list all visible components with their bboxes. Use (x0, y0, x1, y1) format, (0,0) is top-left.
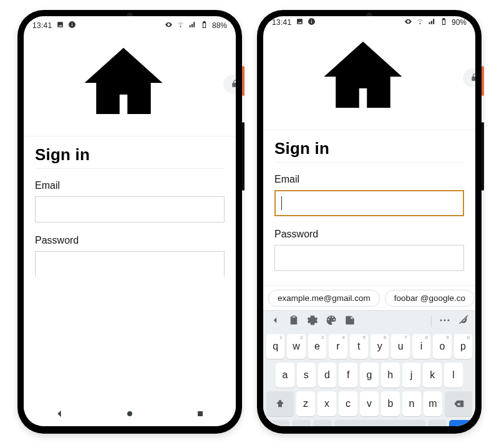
key-sup: 8 (425, 335, 428, 340)
key-sup: 7 (404, 335, 407, 340)
clock: 13:41 (272, 18, 292, 27)
key-e[interactable]: 3 e (308, 334, 326, 359)
signal-icon (188, 21, 196, 31)
key-label: l (452, 369, 455, 381)
key-label: d (324, 369, 330, 381)
power-button[interactable] (242, 66, 245, 96)
key-at[interactable]: @ (292, 420, 311, 426)
key-shift[interactable] (266, 391, 294, 416)
key-q[interactable]: 1 q (266, 334, 284, 359)
key-label: a (282, 369, 288, 381)
key-backspace[interactable] (445, 391, 472, 416)
key-g[interactable]: g (360, 363, 379, 388)
key-label: p (460, 341, 466, 352)
web-page: Sign in Email Password Sign in (24, 136, 236, 277)
key-o[interactable]: 9 o (433, 334, 451, 359)
eye-icon (404, 17, 412, 27)
android-nav-bar (24, 404, 236, 426)
key-label: g (367, 369, 372, 381)
email-field[interactable] (274, 190, 464, 216)
key-emoji[interactable] (313, 420, 332, 426)
key-label: c (346, 398, 351, 409)
url-bar[interactable]: signin-form.glitch.me (223, 75, 236, 93)
password-field[interactable] (35, 251, 225, 277)
key-f[interactable]: f (339, 363, 357, 388)
email-field[interactable] (35, 196, 225, 222)
screen: 13:41 88% signin-form.glitch.me (24, 16, 236, 426)
key-sup: 6 (384, 335, 386, 340)
key-p[interactable]: 0 p (454, 334, 472, 359)
nav-home-icon[interactable] (125, 409, 135, 421)
sticker-icon[interactable] (344, 315, 356, 328)
power-button[interactable] (482, 66, 484, 96)
key-sup: 5 (363, 335, 366, 340)
key-j[interactable]: j (402, 363, 421, 388)
keyboard-toolbar (263, 311, 475, 332)
key-r[interactable]: 4 r (329, 334, 347, 359)
key-d[interactable]: d (318, 363, 337, 388)
key-label: s (304, 369, 309, 381)
key-k[interactable]: k (423, 363, 442, 388)
key-x[interactable]: x (317, 391, 336, 416)
key-sup: 9 (446, 335, 448, 340)
key-s[interactable]: s (297, 363, 316, 388)
key-label: t (357, 341, 360, 352)
key-b[interactable]: b (381, 391, 400, 416)
key-c[interactable]: c (339, 391, 357, 416)
info-icon (308, 17, 316, 27)
web-page: Sign in Email Password Sign in example.m… (263, 130, 475, 310)
home-icon[interactable] (30, 36, 217, 132)
key-label: q (273, 341, 278, 352)
key-label: w (293, 341, 300, 352)
key-space[interactable] (334, 420, 426, 426)
chevron-left-icon[interactable] (269, 315, 281, 328)
nav-back-icon[interactable] (54, 409, 64, 421)
key-i[interactable]: 8 i (412, 334, 430, 359)
volume-button[interactable] (242, 122, 245, 191)
key-u[interactable]: 7 u (391, 334, 409, 359)
key-sup: 2 (300, 335, 303, 340)
home-icon[interactable] (269, 30, 457, 126)
battery-icon (440, 17, 448, 27)
pic-icon (56, 21, 64, 31)
autofill-chip[interactable]: example.me@gmail.com (268, 290, 380, 307)
lock-icon (470, 73, 475, 83)
password-label: Password (35, 235, 225, 246)
key-sup: 0 (467, 335, 470, 340)
url-bar[interactable]: signin-form.glitch.me (463, 69, 475, 87)
nav-recents-icon[interactable] (195, 409, 205, 421)
key-label: k (430, 369, 435, 381)
volume-button[interactable] (482, 122, 484, 191)
key-h[interactable]: h (381, 363, 400, 388)
key-w[interactable]: 2 w (287, 334, 305, 359)
palette-icon[interactable] (326, 315, 337, 328)
key-label: r (336, 341, 339, 352)
key-v[interactable]: v (360, 391, 379, 416)
key-z[interactable]: z (296, 391, 315, 416)
key-y[interactable]: 6 y (371, 334, 389, 359)
key-dot[interactable]: . (428, 420, 447, 426)
key-label: x (324, 398, 329, 409)
battery-icon (200, 21, 208, 31)
autofill-chip[interactable]: foobar @google.co (385, 290, 475, 307)
gear-icon[interactable] (307, 315, 318, 328)
key-label: v (367, 398, 372, 409)
screen: 13:41 90% signin-form.glitch.me (263, 16, 475, 426)
key-a[interactable]: a (276, 363, 294, 388)
key-label: u (398, 341, 404, 352)
key-l[interactable]: l (444, 363, 463, 388)
key-label: b (388, 398, 394, 409)
key-n[interactable]: n (402, 391, 421, 416)
key-symbols[interactable]: ?123 (266, 420, 289, 426)
clipboard-icon[interactable] (288, 315, 299, 328)
key-m[interactable]: m (424, 391, 442, 416)
autofill-suggestion-bar: example.me@gmail.comfoobar @google.co (263, 285, 475, 310)
key-enter[interactable] (449, 420, 472, 426)
more-icon[interactable] (439, 315, 450, 328)
lock-icon (231, 79, 236, 90)
mic-off-icon[interactable] (458, 315, 469, 328)
key-label: o (439, 341, 445, 352)
key-label: z (303, 398, 308, 409)
password-field[interactable] (274, 245, 464, 271)
key-t[interactable]: 5 t (350, 334, 368, 359)
